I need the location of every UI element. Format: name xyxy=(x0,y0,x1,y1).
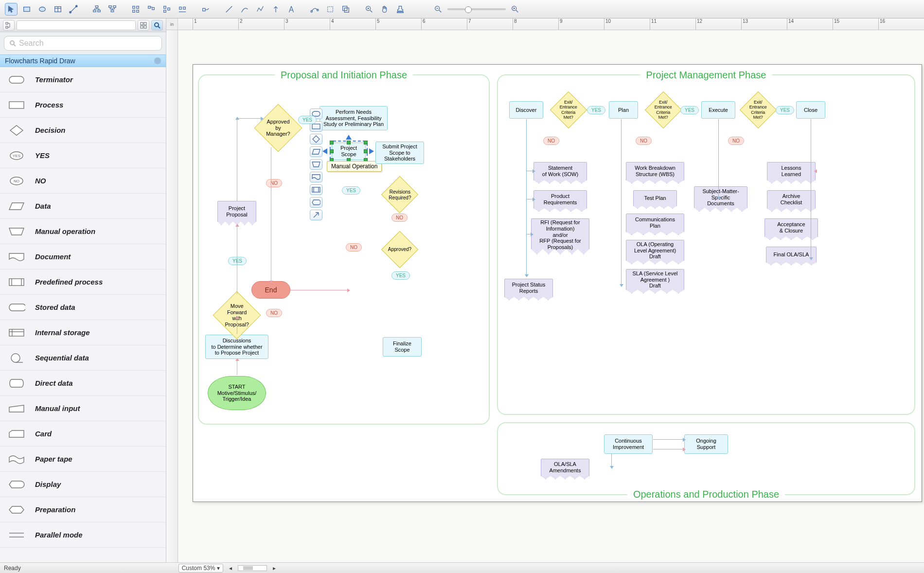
doc-rfi[interactable]: RFI (Request for Information) and/or RFP… xyxy=(531,218,589,254)
pointer-tool[interactable] xyxy=(5,3,18,16)
rp-display[interactable] xyxy=(310,197,322,208)
shape-icon xyxy=(7,124,26,137)
search-view-button[interactable] xyxy=(151,20,163,31)
doc-sme[interactable]: Subject-Matter- Specific Documents xyxy=(694,186,747,212)
shape-item-parallel-mode[interactable]: Parallel mode xyxy=(0,522,166,548)
rp-data[interactable] xyxy=(310,146,322,157)
node-finalize[interactable]: Finalize Scope xyxy=(383,337,422,357)
node-execute[interactable]: Execute xyxy=(701,101,735,119)
shape-item-decision[interactable]: Decision xyxy=(0,118,166,143)
shape-item-yes[interactable]: YES YES xyxy=(0,143,166,168)
svg-rect-9 xyxy=(98,10,100,12)
node-discover[interactable]: Discover xyxy=(509,101,543,119)
align-tool-3[interactable] xyxy=(160,3,173,16)
shape-item-preparation[interactable]: Preparation xyxy=(0,497,166,522)
connector-tool[interactable] xyxy=(67,3,80,16)
node-ongoing[interactable]: Ongoing Support xyxy=(684,434,728,454)
doc-commplan[interactable]: Communications Plan xyxy=(626,214,684,235)
shape-item-process[interactable]: Process xyxy=(0,92,166,118)
zoom-in-button[interactable] xyxy=(509,3,521,16)
zoom-out-button[interactable] xyxy=(432,3,444,16)
shape-item-internal-storage[interactable]: Internal storage xyxy=(0,320,166,345)
group-tool[interactable] xyxy=(339,3,352,16)
ruler-unit: in xyxy=(166,18,178,30)
zoom-mode[interactable]: Custom 53% ▾ xyxy=(178,564,223,573)
library-tree-button[interactable] xyxy=(3,20,15,31)
doc-testplan[interactable]: Test Plan xyxy=(633,190,677,209)
grid-view-button[interactable] xyxy=(138,20,149,31)
shape-label: Sequential data xyxy=(35,354,89,362)
shape-item-manual-operation[interactable]: Manual operation xyxy=(0,219,166,244)
node-close[interactable]: Close xyxy=(796,101,825,119)
rp-predef[interactable] xyxy=(310,184,322,195)
align-tool-4[interactable] xyxy=(176,3,189,16)
node-proposal-doc[interactable]: Project Proposal xyxy=(217,201,256,225)
shapes-panel-title[interactable]: Flowcharts Rapid Draw xyxy=(0,54,166,67)
table-tool[interactable] xyxy=(52,3,64,16)
curve-tool[interactable] xyxy=(238,3,251,16)
polyline-tool[interactable] xyxy=(254,3,267,16)
doc-ola[interactable]: OLA (Operating Level Agreement) Draft xyxy=(626,240,684,264)
doc-prodreq[interactable]: Product Requirements xyxy=(533,190,587,212)
doc-status-reports[interactable]: Project Status Reports xyxy=(504,279,553,300)
node-submit-scope[interactable]: Submit Project Scope to Stakeholders xyxy=(375,142,424,164)
close-icon[interactable] xyxy=(154,57,161,64)
shape-icon xyxy=(7,528,26,542)
tree-tool-2[interactable] xyxy=(106,3,119,16)
zoom-in-tool[interactable] xyxy=(363,3,375,16)
zoom-slider[interactable] xyxy=(447,8,506,10)
node-cont-imp[interactable]: Continuous Improvement xyxy=(604,434,653,454)
rp-more[interactable] xyxy=(310,210,322,220)
doc-sla[interactable]: SLA (Service Level Agreement ) Draft xyxy=(626,269,684,293)
shape-item-no[interactable]: NO NO xyxy=(0,168,166,194)
shape-item-document[interactable]: Document xyxy=(0,244,166,269)
arrow-up-tool[interactable] xyxy=(269,3,282,16)
node-perform-needs[interactable]: Perform Needs Assessment, Feasibility St… xyxy=(320,106,388,130)
rp-manual-op[interactable] xyxy=(310,159,322,170)
shape-item-display[interactable]: Display xyxy=(0,472,166,497)
doc-ola-amend[interactable]: OLA/SLA Amendments xyxy=(541,459,589,479)
edit-points-tool[interactable] xyxy=(308,3,321,16)
compass-tool[interactable] xyxy=(285,3,298,16)
shape-item-stored-data[interactable]: Stored data xyxy=(0,295,166,320)
hand-tool[interactable] xyxy=(378,3,391,16)
shape-item-manual-input[interactable]: Manual input xyxy=(0,396,166,421)
line-tool[interactable] xyxy=(223,3,235,16)
node-end[interactable]: End xyxy=(251,281,290,299)
doc-archive[interactable]: Archive Checklist xyxy=(767,190,816,212)
rapid-draw-popup[interactable] xyxy=(310,108,322,220)
shape-item-direct-data[interactable]: Direct data xyxy=(0,371,166,396)
rect-tool[interactable] xyxy=(20,3,33,16)
stamp-tool[interactable] xyxy=(394,3,407,16)
shape-item-terminator[interactable]: Terminator xyxy=(0,67,166,92)
sidebar-search-input[interactable]: Search xyxy=(4,36,162,51)
node-project-scope[interactable]: Project Scope xyxy=(332,143,366,160)
align-tool-2[interactable] xyxy=(145,3,158,16)
tree-tool-1[interactable] xyxy=(90,3,103,16)
rp-document[interactable] xyxy=(310,172,322,182)
mini-scroll-left[interactable]: ◂ xyxy=(229,565,232,572)
mini-scroll-right[interactable]: ▸ xyxy=(273,565,276,572)
doc-lessons[interactable]: Lessons Learned xyxy=(767,162,816,183)
h-scrollbar[interactable] xyxy=(238,565,267,571)
canvas-area[interactable]: in 12345678910111213141516 Proposal and … xyxy=(166,18,924,562)
snap-tool[interactable] xyxy=(199,3,212,16)
shape-item-paper-tape[interactable]: Paper tape xyxy=(0,447,166,472)
drawing-page[interactable]: Proposal and Initiation Phase Project Ma… xyxy=(193,64,922,502)
node-plan[interactable]: Plan xyxy=(609,101,638,119)
shape-item-card[interactable]: Card xyxy=(0,421,166,447)
doc-wbs[interactable]: Work Breakdown Structure (WBS) xyxy=(626,162,684,183)
ellipse-tool[interactable] xyxy=(36,3,49,16)
shape-label: Paper tape xyxy=(35,455,72,463)
doc-accept[interactable]: Acceptance & Closure xyxy=(764,218,818,240)
align-tool-1[interactable] xyxy=(129,3,142,16)
shape-item-data[interactable]: Data xyxy=(0,194,166,219)
doc-final-ola[interactable]: Final OLA/SLA xyxy=(766,247,817,265)
shape-item-sequential-data[interactable]: Sequential data xyxy=(0,345,166,371)
shape-item-predefined-process[interactable]: Predefined process xyxy=(0,269,166,295)
crop-tool[interactable] xyxy=(324,3,337,16)
node-start[interactable]: START Motive/Stimulus/ Trigger/Idea xyxy=(208,376,266,410)
doc-sow[interactable]: Statement of Work (SOW) xyxy=(533,162,587,183)
rp-decision[interactable] xyxy=(310,134,322,144)
yn-no-pm3: NO xyxy=(728,137,744,145)
